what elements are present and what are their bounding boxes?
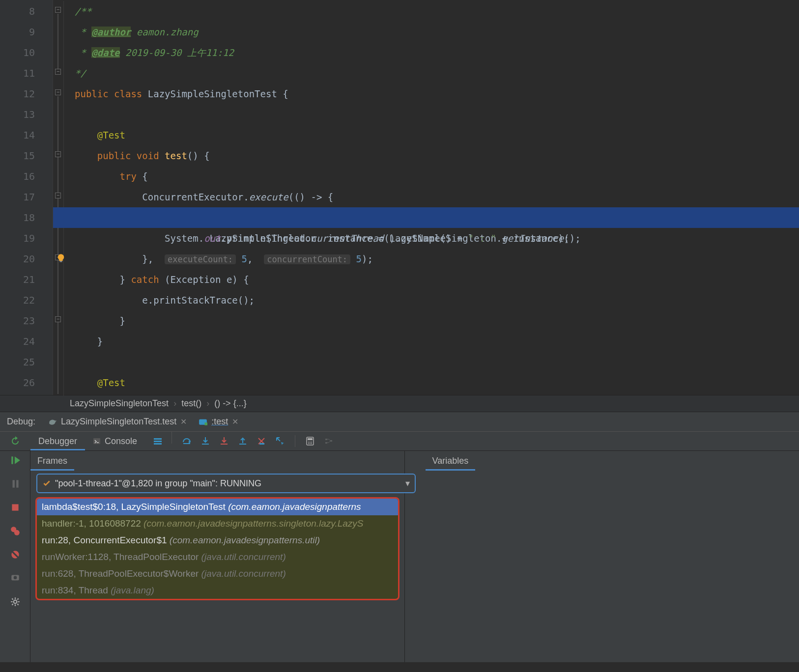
thread-select[interactable]: "pool-1-thread-1"@1,820 in group "main":…: [36, 474, 416, 493]
drop-frame-button[interactable]: [257, 436, 266, 446]
line-number: 25: [0, 352, 53, 372]
step-into-button[interactable]: [200, 436, 210, 446]
line-number: 22: [0, 290, 53, 310]
svg-rect-5: [154, 441, 162, 442]
svg-rect-26: [12, 504, 18, 510]
settings-button[interactable]: [10, 596, 21, 607]
code-line[interactable]: System.out.println(Thread.currentThread(…: [53, 228, 799, 249]
line-number: 19: [0, 228, 53, 249]
svg-point-19: [311, 443, 312, 444]
svg-point-18: [310, 443, 311, 444]
chevron-right-icon: ›: [206, 398, 209, 409]
console-tool-tab[interactable]: Console: [85, 432, 145, 450]
intention-bulb-icon[interactable]: [56, 212, 66, 222]
code-line[interactable]: }, executeCount: 5, concurrentCount: 5);: [53, 249, 799, 269]
svg-rect-4: [154, 438, 162, 440]
gradle-elephant-icon: [48, 418, 57, 426]
frames-tab[interactable]: Frames: [30, 451, 74, 471]
svg-rect-25: [16, 480, 18, 487]
test-annotation: @Test: [97, 130, 125, 140]
frames-list[interactable]: lambda$test$0:18, LazySimpleSingletonTes…: [35, 497, 400, 600]
breadcrumb-item[interactable]: test(): [181, 398, 201, 409]
code-line[interactable]: e.printStackTrace();: [53, 290, 799, 310]
stack-frame[interactable]: lambda$test$0:18, LazySimpleSingletonTes…: [37, 499, 398, 515]
code-line[interactable]: }: [53, 310, 799, 331]
mute-breakpoints-button[interactable]: [10, 549, 21, 560]
code-line-current[interactable]: LazySimpleSingleton instance = LazySimpl…: [53, 207, 799, 228]
line-number: 16: [0, 166, 53, 187]
code-line[interactable]: * @date 2019-09-30 上午11:12: [53, 42, 799, 63]
step-over-button[interactable]: [182, 436, 192, 446]
get-thread-dump-button[interactable]: [10, 573, 21, 584]
code-line[interactable]: @Test: [53, 372, 799, 393]
rerun-button[interactable]: [0, 432, 30, 450]
line-number: 26: [0, 372, 53, 393]
code-line[interactable]: public class LazySimpleSingletonTest {: [53, 84, 799, 104]
line-number: 11: [0, 63, 53, 84]
breadcrumb-item[interactable]: LazySimpleSingletonTest: [70, 398, 169, 409]
code-editor[interactable]: 8 9 10 11 12 13 14 15 16 17 18 19 20 21 …: [0, 0, 799, 395]
variables-tab[interactable]: Variables: [426, 451, 476, 471]
debug-session-tab[interactable]: :test ✕: [193, 412, 244, 431]
threads-view-button[interactable]: [145, 432, 171, 450]
run-to-cursor-button[interactable]: [275, 436, 285, 446]
console-icon: [93, 437, 101, 445]
debug-tabbar: Debug: LazySimpleSingletonTest.test ✕ :t…: [0, 412, 799, 431]
code-line[interactable]: /**: [53, 1, 799, 22]
stack-frame[interactable]: handler:-1, 1016088722 (com.eamon.javade…: [37, 515, 398, 532]
stack-frame[interactable]: run:834, Thread (java.lang): [37, 582, 398, 599]
line-number: 10: [0, 42, 53, 63]
stack-frame[interactable]: run:28, ConcurrentExecutor$1 (com.eamon.…: [37, 532, 398, 549]
code-line[interactable]: public void test() {: [53, 145, 799, 166]
run-to-cursor-icon: [275, 436, 285, 446]
param-hint: concurrentCount:: [264, 254, 350, 264]
pause-button[interactable]: [10, 478, 21, 489]
line-number: 18: [0, 207, 53, 228]
code-area[interactable]: − − − − − − − /** * @author eamon.zhang …: [53, 0, 799, 395]
trace-current-stream-button[interactable]: [324, 436, 334, 446]
code-line[interactable]: ConcurrentExecutor.execute(() -> {: [53, 187, 799, 207]
code-line[interactable]: * @author eamon.zhang: [53, 22, 799, 42]
threads-icon: [153, 436, 163, 446]
step-out-button[interactable]: [238, 436, 248, 446]
debugger-tool-tab[interactable]: Debugger: [30, 432, 85, 450]
tab-label: LazySimpleSingletonTest.test: [61, 417, 176, 427]
resume-button[interactable]: [10, 455, 21, 466]
code-line[interactable]: } catch (Exception e) {: [53, 269, 799, 290]
svg-rect-23: [11, 456, 13, 464]
svg-point-32: [13, 600, 17, 604]
code-line[interactable]: @Test: [53, 125, 799, 145]
code-line[interactable]: [53, 104, 799, 125]
step-over-icon: [182, 436, 192, 446]
javadoc-date-tag: @date: [91, 47, 119, 58]
breadcrumb-item[interactable]: () -> {...}: [214, 398, 247, 409]
view-breakpoints-button[interactable]: [10, 526, 21, 536]
code-line[interactable]: */: [53, 63, 799, 84]
svg-point-28: [14, 530, 19, 535]
svg-point-14: [308, 442, 309, 443]
line-number: 20: [0, 249, 53, 269]
stop-button[interactable]: [10, 502, 21, 513]
editor-gutter: 8 9 10 11 12 13 14 15 16 17 18 19 20 21 …: [0, 0, 53, 395]
svg-rect-9: [221, 444, 228, 445]
javadoc-author-tag: @author: [91, 27, 131, 37]
debug-session-tab[interactable]: LazySimpleSingletonTest.test ✕: [42, 412, 193, 431]
tool-tab-label: Debugger: [38, 436, 77, 447]
line-number: 23: [0, 310, 53, 331]
stack-frame[interactable]: run:628, ThreadPoolExecutor$Worker (java…: [37, 565, 398, 582]
code-line[interactable]: try {: [53, 166, 799, 187]
line-number: 15: [0, 145, 53, 166]
code-line[interactable]: [53, 352, 799, 372]
variables-body[interactable]: [426, 471, 799, 662]
svg-rect-10: [239, 444, 246, 445]
evaluate-expression-button[interactable]: [305, 436, 315, 446]
line-number: 12: [0, 84, 53, 104]
stack-frame[interactable]: runWorker:1128, ThreadPoolExecutor (java…: [37, 549, 398, 565]
close-icon[interactable]: ✕: [232, 417, 238, 426]
breadcrumb-bar[interactable]: LazySimpleSingletonTest › test() › () ->…: [0, 395, 799, 412]
close-icon[interactable]: ✕: [180, 417, 187, 426]
code-line[interactable]: }: [53, 331, 799, 352]
check-icon: [42, 479, 51, 488]
line-number: 21: [0, 269, 53, 290]
force-step-into-button[interactable]: [219, 436, 229, 446]
